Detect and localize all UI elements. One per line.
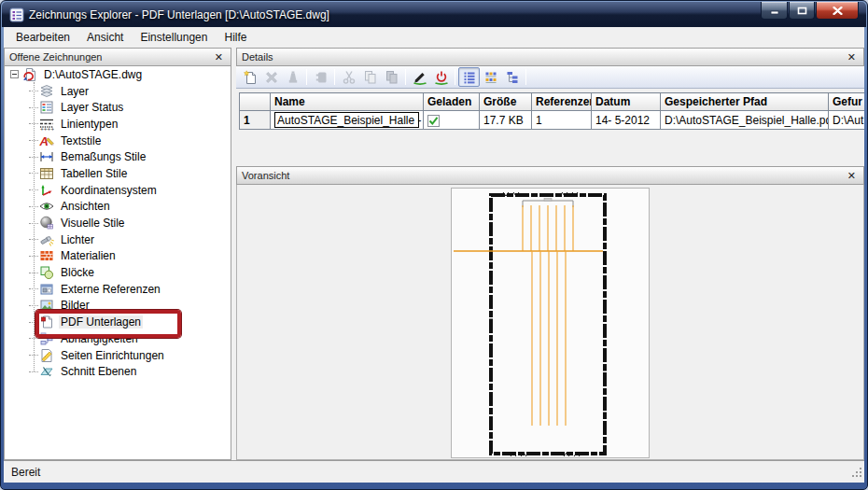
col-header-datum[interactable]: Datum <box>592 93 661 111</box>
cut-button[interactable] <box>338 67 359 87</box>
details-table-zone: Name Geladen Größe Referenzen Datum Gesp… <box>236 89 864 161</box>
tree-item-externe-referenzen[interactable]: Externe Referenzen <box>5 281 231 298</box>
power-toggle-button[interactable] <box>430 67 452 87</box>
toolbar-separator <box>525 69 526 85</box>
loaded-cell[interactable] <box>424 111 480 130</box>
tree-item-label: Bemaßungs Stile <box>59 150 147 163</box>
tree-item-label: Textstile <box>59 134 103 147</box>
preview-close-icon[interactable]: ✕ <box>845 170 859 182</box>
status-bar: Bereit <box>4 460 864 483</box>
svg-text:A: A <box>39 133 49 147</box>
tree-item-label: Blöcke <box>59 266 96 279</box>
open-drawings-panel: Offene Zeichnungen ✕ D:\AutoSTAGE.dwg La… <box>4 48 231 460</box>
preview-body <box>236 185 864 460</box>
col-header-gefundener-pfad[interactable]: Gefur <box>829 93 865 111</box>
pdf-highlight-annotation <box>35 310 181 338</box>
icon-view-button[interactable] <box>480 67 501 87</box>
tree-item-label: Tabellen Stile <box>59 167 129 180</box>
tree-item-label: Ansichten <box>59 200 112 213</box>
eye-icon <box>39 199 54 214</box>
tree-item-layer-status[interactable]: Layer Status <box>5 99 231 116</box>
list-view-button[interactable] <box>458 67 480 87</box>
bricks-icon <box>39 248 54 263</box>
close-button[interactable] <box>816 2 859 20</box>
drawing-tree: D:\AutoSTAGE.dwg Layer Layer Status ++++… <box>4 66 231 460</box>
delete-button[interactable] <box>260 67 282 87</box>
tree-item-koordinatensystem[interactable]: Koordinatensystem <box>5 182 231 199</box>
tree-item-label: Schnitt Ebenen <box>59 365 138 378</box>
tree-item-label: Externe Referenzen <box>59 283 162 296</box>
cone-button[interactable] <box>282 67 303 87</box>
col-header-rownum[interactable] <box>240 93 271 111</box>
tree-item-seiten-einrichtungen[interactable]: Seiten Einrichtungen <box>5 347 231 364</box>
col-header-gespeicherter-pfad[interactable]: Gespeicherter Pfad <box>661 93 829 111</box>
name-edit-box[interactable]: AutoSTAGE_Beispiel_Halle - 1 <box>274 112 419 128</box>
copy-button[interactable] <box>359 67 381 87</box>
svg-text:++++: ++++ <box>40 126 54 132</box>
tree-view-button[interactable] <box>501 67 523 87</box>
menu-einstellungen[interactable]: Einstellungen <box>132 29 216 46</box>
tree-item-tabellen-stile[interactable]: Tabellen Stile <box>5 165 231 182</box>
title-bar[interactable]: Zeichnungs Explorer - PDF Unterlagen [D:… <box>2 2 866 27</box>
table-row[interactable]: 1 AutoSTAGE_Beispiel_Halle - 1 17.7 KB 1… <box>240 111 865 130</box>
preview-panel: Voransicht ✕ <box>236 166 864 460</box>
collapse-icon[interactable] <box>10 70 19 78</box>
menu-bar: Bearbeiten Ansicht Einstellungen Hilfe <box>4 27 864 48</box>
col-header-groesse[interactable]: Größe <box>480 93 532 111</box>
tree-item-ansichten[interactable]: Ansichten <box>5 199 231 216</box>
tree-item-label: Koordinatensystem <box>59 184 159 197</box>
page-setup-icon <box>39 348 54 363</box>
tree-item-schnitt-ebenen[interactable]: Schnitt Ebenen <box>5 363 231 380</box>
row-number[interactable]: 1 <box>240 111 271 130</box>
name-cell[interactable]: AutoSTAGE_Beispiel_Halle - 1 <box>271 111 424 130</box>
new-underlay-button[interactable] <box>239 67 260 87</box>
tree-item-bloecke[interactable]: Blöcke <box>5 264 231 281</box>
tree-item-label: Visuelle Stile <box>59 217 126 230</box>
tree-item-materialien[interactable]: Materialien <box>5 248 231 265</box>
tree-item-layer[interactable]: Layer <box>5 83 231 100</box>
col-header-name[interactable]: Name <box>271 93 424 111</box>
coordinate-system-icon <box>39 183 54 198</box>
status-text: Bereit <box>11 466 40 479</box>
window-title: Zeichnungs Explorer - PDF Unterlagen [D:… <box>29 8 329 21</box>
tree-item-bemassungs-stile[interactable]: Bemaßungs Stile <box>5 148 231 165</box>
flashlight-icon <box>39 232 54 247</box>
open-drawings-panel-title: Offene Zeichnungen <box>9 51 212 63</box>
references-cell: 1 <box>532 111 592 130</box>
tree-item-textstile[interactable]: ATextstile <box>5 133 231 149</box>
tree-item-visuelle-stile[interactable]: Visuelle Stile <box>5 215 231 231</box>
menu-ansicht[interactable]: Ansicht <box>78 29 132 46</box>
menu-bearbeiten[interactable]: Bearbeiten <box>7 29 78 46</box>
blocks-icon <box>39 265 54 280</box>
tree-item-lichter[interactable]: Lichter <box>5 231 231 248</box>
saved-path-cell: D:\AutoSTAGE_Beispiel_Halle.pdf <box>661 111 829 130</box>
toolbar-separator <box>306 69 307 85</box>
edit-marker-button[interactable] <box>409 67 430 87</box>
tree-item-linientypen[interactable]: ++++Linientypen <box>5 116 231 133</box>
paste-button[interactable] <box>381 67 402 87</box>
menu-hilfe[interactable]: Hilfe <box>216 29 255 46</box>
maximize-button[interactable] <box>789 2 815 20</box>
loaded-checkbox[interactable] <box>427 115 440 127</box>
minimize-button[interactable] <box>761 2 788 20</box>
details-close-icon[interactable]: ✕ <box>845 51 859 63</box>
binder-button[interactable] <box>310 67 331 87</box>
tree-item-label: Seiten Einrichtungen <box>59 349 166 362</box>
tree-guide-line <box>34 82 35 371</box>
col-header-geladen[interactable]: Geladen <box>424 93 480 111</box>
tree-item-label: D:\AutoSTAGE.dwg <box>42 68 144 81</box>
open-drawings-close-icon[interactable]: ✕ <box>212 51 226 63</box>
size-cell: 17.7 KB <box>480 111 532 130</box>
table-styles-icon <box>39 166 54 181</box>
tree-item-drawing-root[interactable]: D:\AutoSTAGE.dwg <box>5 66 231 83</box>
date-cell: 14- 5-2012 <box>592 111 661 130</box>
col-header-referenzen[interactable]: Referenzen <box>532 93 592 111</box>
linetypes-icon: ++++ <box>39 117 54 132</box>
app-window: Zeichnungs Explorer - PDF Unterlagen [D:… <box>0 0 868 490</box>
dimension-styles-icon <box>39 149 54 164</box>
toolbar-separator <box>455 69 455 85</box>
toolbar-separator <box>405 69 406 85</box>
screenshot: Zeichnungs Explorer - PDF Unterlagen [D:… <box>0 0 868 490</box>
resize-grip[interactable] <box>851 467 862 481</box>
text-styles-icon: A <box>39 133 54 148</box>
